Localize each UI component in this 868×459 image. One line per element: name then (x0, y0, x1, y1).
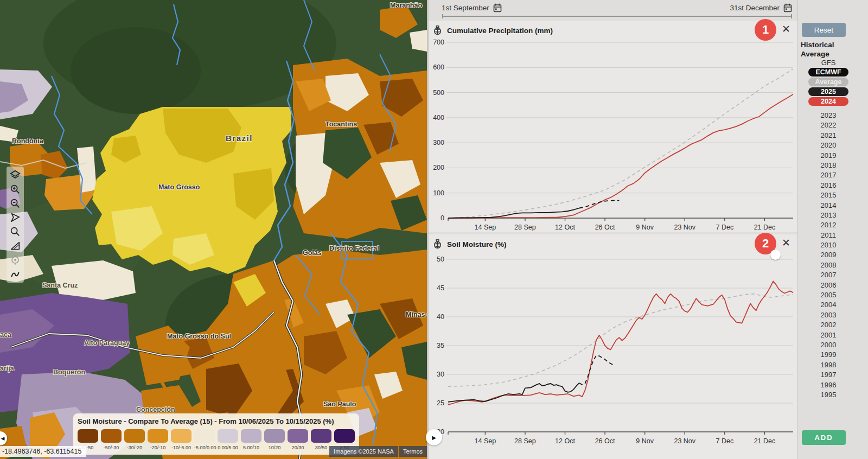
year-item-2011[interactable]: 2011 (821, 231, 836, 240)
year-item-2015[interactable]: 2015 (821, 190, 837, 200)
reset-button[interactable]: Reset (802, 23, 846, 37)
legend-swatch (264, 429, 285, 443)
year-item-2013[interactable]: 2013 (821, 211, 837, 220)
add-button[interactable]: ADD (802, 430, 846, 445)
year-item-2020[interactable]: 2020 (821, 141, 837, 150)
map-label: Goiás (303, 249, 322, 257)
series-pill-2024[interactable]: 2024 (808, 97, 848, 106)
measure-icon[interactable] (8, 239, 23, 253)
imagery-credit: Imagens ©2025 NASA (329, 446, 398, 457)
map-label: São Paulo (323, 400, 356, 408)
map-legend: Soil Moisture - Compare To Average (15) … (73, 413, 359, 455)
year-item-2023[interactable]: 2023 (821, 111, 837, 120)
year-item-2002[interactable]: 2002 (821, 320, 837, 330)
svg-text:7 Dec: 7 Dec (716, 224, 734, 231)
legend-swatch (78, 429, 98, 443)
locate-icon[interactable] (8, 253, 23, 267)
close-icon[interactable]: ✕ (782, 24, 790, 34)
year-item-2001[interactable]: 2001 (821, 330, 837, 340)
draw-icon[interactable] (8, 267, 23, 281)
svg-text:400: 400 (433, 114, 444, 122)
calendar-icon[interactable] (493, 3, 502, 12)
legend-label: -30/-20 (124, 445, 145, 450)
year-item-1996[interactable]: 1996 (821, 380, 837, 390)
historical-average-label[interactable]: Historical Average (801, 41, 844, 59)
soil-moisture-chart-card: Soil Moisture (%) 2 ✕ 2025303540455014 S… (429, 234, 797, 459)
series-sidebar: Reset Historical Average GFS ECMWFAverag… (797, 0, 868, 459)
svg-text:14 Sep: 14 Sep (475, 224, 496, 231)
precipitation-plot[interactable]: 010020030040050060070014 Sep28 Sep12 Oct… (429, 21, 797, 232)
legend-swatch (241, 429, 261, 443)
year-item-2007[interactable]: 2007 (821, 270, 837, 280)
year-item-1999[interactable]: 1999 (821, 350, 837, 360)
terms-link[interactable]: Termos (399, 446, 427, 457)
svg-text:28 Sep: 28 Sep (514, 437, 536, 445)
close-icon[interactable]: ✕ (782, 238, 790, 248)
series-pill-2025[interactable]: 2025 (808, 87, 848, 96)
year-item-2000[interactable]: 2000 (821, 340, 837, 350)
map-label: Alto Paraguay (84, 339, 130, 347)
satellite-map[interactable] (0, 0, 427, 459)
map-label: Distrito Federal (329, 245, 379, 252)
chart-header: Soil Moisture (%) (433, 239, 507, 249)
year-item-2005[interactable]: 2005 (821, 290, 837, 300)
legend-class: -10/-5.00 (171, 429, 192, 450)
date-range-slider[interactable] (442, 16, 792, 17)
series-pill-average[interactable]: Average (808, 78, 848, 86)
svg-text:9 Nov: 9 Nov (636, 437, 654, 445)
year-item-2009[interactable]: 2009 (821, 250, 837, 260)
year-item-2017[interactable]: 2017 (821, 170, 837, 180)
legend-label: 20/30 (288, 445, 308, 450)
legend-label: -50/-30 (101, 445, 122, 450)
year-item-2004[interactable]: 2004 (821, 300, 837, 310)
svg-text:300: 300 (433, 139, 444, 146)
map-label: Santa Cruz (42, 282, 78, 289)
svg-text:0: 0 (441, 214, 444, 222)
zoom-out-icon[interactable] (8, 196, 23, 211)
panel-toggle-arrow-icon[interactable]: ▶ (426, 429, 442, 445)
map-label: Mato Grosso (158, 183, 200, 191)
legend-label: -10/-5.00 (171, 445, 192, 450)
legend-class: 30/50 (311, 429, 331, 450)
navigate-icon[interactable] (8, 211, 23, 225)
legend-class: -20/-10 (148, 429, 168, 450)
svg-text:12 Oct: 12 Oct (555, 437, 575, 445)
year-item-2006[interactable]: 2006 (821, 280, 837, 290)
start-date-picker[interactable]: 1st September (442, 3, 502, 12)
soil-moisture-plot[interactable]: 2025303540455014 Sep28 Sep12 Oct26 Oct9 … (429, 234, 797, 459)
calendar-icon[interactable] (783, 3, 792, 12)
year-item-2003[interactable]: 2003 (821, 310, 837, 320)
year-item-1995[interactable]: 1995 (821, 390, 837, 400)
layers-icon[interactable] (8, 168, 23, 182)
start-date-label: 1st September (442, 4, 489, 12)
year-item-2019[interactable]: 2019 (821, 151, 837, 161)
year-item-1998[interactable]: 1998 (821, 360, 837, 370)
series-item-gfs[interactable]: GFS (821, 58, 836, 67)
year-item-2012[interactable]: 2012 (821, 220, 837, 230)
svg-text:100: 100 (433, 189, 444, 197)
year-item-2018[interactable]: 2018 (821, 161, 837, 170)
end-date-picker[interactable]: 31st December (730, 3, 792, 12)
year-item-1997[interactable]: 1997 (821, 370, 837, 380)
legend-swatch (171, 429, 192, 443)
year-item-2022[interactable]: 2022 (821, 120, 837, 130)
svg-text:26 Oct: 26 Oct (595, 224, 615, 231)
year-item-2010[interactable]: 2010 (821, 240, 837, 250)
year-item-2014[interactable]: 2014 (821, 201, 837, 211)
drag-handle[interactable] (770, 250, 781, 260)
year-item-2021[interactable]: 2021 (821, 131, 837, 141)
svg-text:600: 600 (433, 63, 444, 71)
year-item-2008[interactable]: 2008 (821, 260, 837, 270)
chart-title: Cumulative Precipitation (mm) (447, 27, 553, 35)
legend-class: 10/20 (264, 429, 285, 450)
cursor-coordinates: -18.4963746, -63.6115415 (0, 446, 86, 457)
series-pill-ecmwf[interactable]: ECMWF (808, 68, 848, 76)
map-label: Minas Ge (406, 311, 427, 318)
map-panel[interactable]: MaranhãoTocantinsBrazilRondôniaMato Gros… (0, 0, 427, 459)
search-icon[interactable] (8, 225, 23, 239)
legend-label: -20/-10 (148, 445, 168, 450)
zoom-in-icon[interactable] (8, 182, 23, 196)
legend-label: 10/20 (264, 445, 285, 450)
year-item-2016[interactable]: 2016 (821, 181, 837, 190)
map-label: Boquerón (53, 368, 85, 376)
